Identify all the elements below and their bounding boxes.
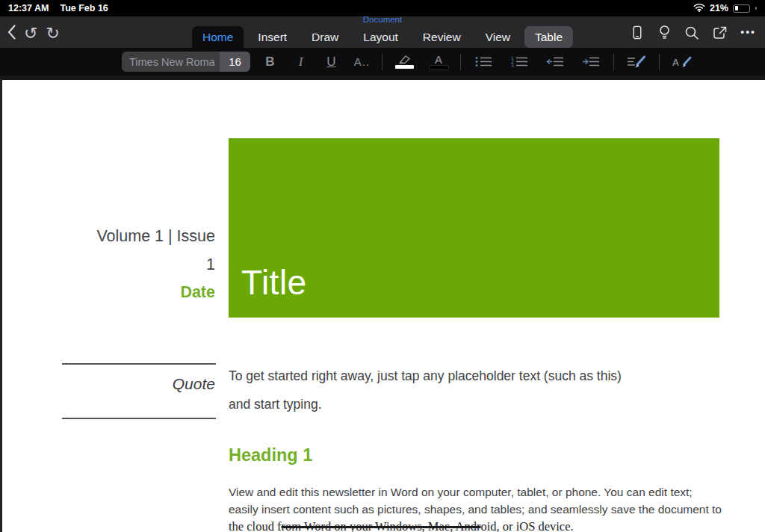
font-selector[interactable]: Times New Roma 16 [122, 52, 250, 72]
font-color-button[interactable]: A [426, 54, 451, 69]
strikethrough-text: rom Word on your Windows, Mac, Andr [282, 519, 481, 532]
tab-home[interactable]: Home [192, 26, 244, 48]
highlight-swatch [395, 65, 414, 69]
more-options-button[interactable]: ••• [740, 25, 756, 40]
tab-draw[interactable]: Draw [301, 26, 349, 48]
toolbar-divider [382, 54, 382, 70]
italic-button[interactable]: I [290, 55, 312, 69]
tab-table[interactable]: Table [524, 26, 573, 48]
format-toolbar: Times New Roma 16 B I U A.. A [0, 48, 765, 75]
body-line: easily insert content such as pictures, … [229, 501, 737, 518]
tab-review[interactable]: Review [412, 26, 471, 48]
font-size-field[interactable]: 16 [220, 52, 250, 72]
ribbon-tabs: Home Insert Draw Layout Review View Tabl… [192, 26, 573, 48]
search-icon[interactable] [684, 25, 699, 40]
format-painter-icon [627, 55, 646, 69]
font-name-field[interactable]: Times New Roma [122, 52, 220, 72]
masthead-line: Volume 1 | Issue [45, 222, 215, 250]
intro-paragraph[interactable]: To get started right away, just tap any … [229, 362, 622, 418]
date: Tue Feb 16 [60, 3, 108, 13]
word-ipad-app: 12:37 AM Tue Feb 16 21% Document ↺ [0, 0, 765, 532]
title-placeholder[interactable]: Title [241, 262, 307, 303]
battery-percent: 21% [710, 3, 728, 13]
document-title: Document [0, 15, 765, 24]
heading-1[interactable]: Heading 1 [229, 445, 312, 466]
share-button[interactable] [712, 25, 728, 40]
styles-brush-icon: A [672, 55, 692, 69]
wifi-icon [693, 3, 705, 14]
quote-divider-bottom [62, 418, 216, 419]
font-color-letter: A [435, 54, 442, 65]
quote-placeholder[interactable]: Quote [45, 375, 215, 393]
format-painter-button[interactable] [623, 55, 650, 69]
intro-line: and start typing. [229, 390, 622, 418]
toolbar-divider [659, 54, 660, 70]
masthead-line: 1 [45, 250, 215, 279]
body-line-edited: the cloud from Word on your Windows, Mac… [229, 518, 737, 532]
bullet-list-button[interactable] [470, 55, 497, 68]
numbered-list-icon: 1 2 3 [510, 55, 529, 68]
numbered-list-button[interactable]: 1 2 3 [506, 55, 533, 68]
text-styles-button[interactable]: A [669, 55, 696, 69]
body-paragraph[interactable]: View and edit this newsletter in Word on… [229, 483, 737, 532]
svg-text:A: A [672, 56, 679, 67]
highlight-color-button[interactable] [391, 55, 417, 69]
masthead-block[interactable]: Volume 1 | Issue 1 Date [45, 222, 215, 304]
tips-lightbulb-button[interactable] [657, 25, 672, 40]
svg-text:3: 3 [511, 63, 514, 68]
clock: 12:37 AM [8, 3, 49, 13]
underline-button[interactable]: U [320, 55, 342, 69]
tab-layout[interactable]: Layout [353, 26, 409, 48]
navigation-bar: Document ↺ ↻ Home Insert Draw Layout Rev… [0, 16, 765, 48]
undo-button[interactable]: ↺ [24, 25, 37, 43]
tab-view[interactable]: View [475, 26, 521, 48]
battery-tip [755, 7, 757, 10]
status-bar: 12:37 AM Tue Feb 16 21% [0, 0, 765, 16]
more-formatting-button[interactable]: A.. [351, 55, 373, 68]
redo-button[interactable]: ↻ [46, 25, 59, 43]
quote-divider-top [62, 363, 216, 365]
title-block[interactable]: Title [229, 138, 719, 318]
back-button[interactable] [7, 25, 16, 43]
toolbar-divider [460, 54, 461, 70]
increase-indent-button[interactable] [577, 55, 604, 68]
outdent-icon [546, 55, 565, 68]
bullet-list-icon [474, 55, 493, 68]
battery-icon [733, 4, 750, 13]
toolbar-divider [613, 54, 614, 70]
date-placeholder[interactable]: Date [45, 280, 215, 304]
document-canvas[interactable]: Volume 1 | Issue 1 Date Title Quote To g… [0, 80, 765, 532]
mobile-view-button[interactable] [630, 25, 645, 40]
indent-icon [582, 55, 601, 68]
font-color-swatch [430, 66, 448, 69]
bold-button[interactable]: B [259, 55, 281, 69]
body-line: View and edit this newsletter in Word on… [229, 483, 737, 501]
tab-insert[interactable]: Insert [247, 26, 297, 48]
intro-line: To get started right away, just tap any … [229, 362, 622, 390]
decrease-indent-button[interactable] [542, 55, 569, 68]
highlighter-icon [396, 55, 412, 64]
